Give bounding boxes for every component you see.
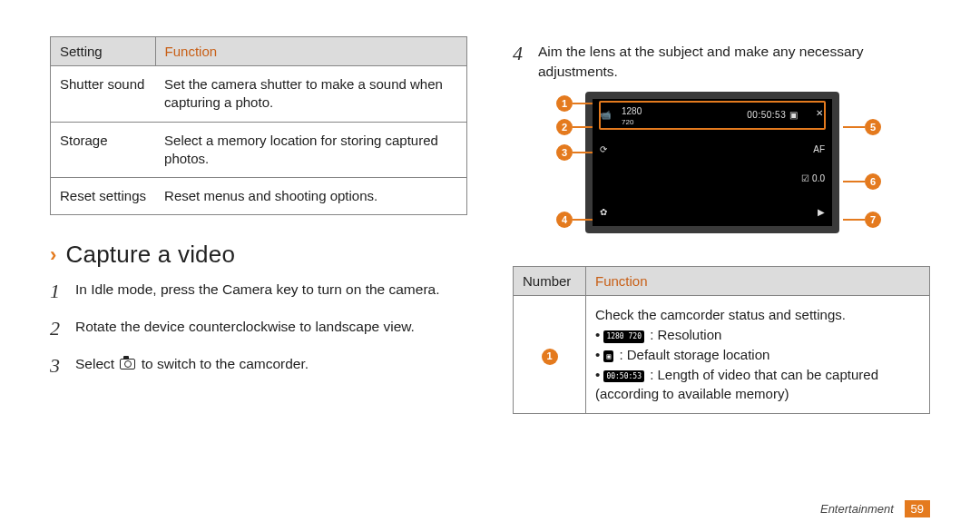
step-text: Aim the lens at the subject and make any… <box>538 40 930 81</box>
step-number: 2 <box>50 315 64 343</box>
switch-icon: ⟳ <box>600 144 607 154</box>
callout-3: 3 <box>556 144 573 161</box>
functions-header-function: Function <box>586 267 930 296</box>
camcorder-diagram: 📹 1280 720 00:50:53 ▣ ✕ ⟳ ✿ AF ☑ 0.0 ▶ 1… <box>540 92 885 246</box>
footer-section: Entertainment <box>820 502 894 516</box>
gear-icon: ✿ <box>600 207 607 217</box>
table-row: Reset settings Reset menus and shooting … <box>51 178 467 215</box>
list-item: 1280 720 : Resolution <box>595 325 920 345</box>
functions-table: Number Function 1 Check the camcorder st… <box>513 266 930 414</box>
function-number: 1 <box>514 296 586 414</box>
time-readout: 00:50:53 ▣ <box>747 110 798 120</box>
camcorder-screen: 📹 1280 720 00:50:53 ▣ ✕ ⟳ ✿ AF ☑ 0.0 ▶ <box>585 92 839 233</box>
callout-5: 5 <box>865 119 881 135</box>
camcorder-icon: 📹 <box>600 110 611 120</box>
table-row: Shutter sound Set the camera shutter to … <box>51 66 467 123</box>
step-number: 4 <box>513 40 527 81</box>
step-4: 4 Aim the lens at the subject and make a… <box>513 40 930 81</box>
function-intro: Check the camcorder status and settings. <box>595 305 920 325</box>
step-text-before: Select <box>75 356 118 371</box>
step-text: In Idle mode, press the Camera key to tu… <box>75 278 467 306</box>
callout-7: 7 <box>865 212 881 228</box>
setting-function: Set the camera shutter to make a sound w… <box>155 66 466 123</box>
table-row: 1 Check the camcorder status and setting… <box>514 296 930 414</box>
setting-function: Reset menus and shooting options. <box>155 178 466 215</box>
camera-icon <box>120 359 135 369</box>
functions-header-number: Number <box>514 267 586 296</box>
function-sublist: 1280 720 : Resolution ▣ : Default storag… <box>595 325 920 404</box>
af-icon: AF <box>813 144 825 154</box>
number-badge: 1 <box>542 349 558 365</box>
settings-table: Setting Function Shutter sound Set the c… <box>50 36 467 215</box>
step-3: 3 Select to switch to the camcorder. <box>50 352 467 380</box>
list-item: ▣ : Default storage location <box>595 345 920 365</box>
step-text-after: to switch to the camcorder. <box>142 356 309 371</box>
list-item: 00:50:53 : Length of video that can be c… <box>595 365 920 405</box>
section-heading: › Capture a video <box>50 241 467 269</box>
table-row: Storage Select a memory location for sto… <box>51 122 467 178</box>
time-mini-icon: 00:50:53 <box>603 370 644 383</box>
heading-text: Capture a video <box>66 241 236 269</box>
callout-2: 2 <box>556 119 573 135</box>
function-description: Check the camcorder status and settings.… <box>586 296 930 414</box>
resolution-icon: 1280 720 <box>622 106 642 126</box>
setting-name: Reset settings <box>51 178 156 215</box>
callout-4: 4 <box>556 212 573 228</box>
page-footer: Entertainment 59 <box>820 500 930 517</box>
ev-icon: ☑ 0.0 <box>801 173 825 183</box>
resolution-mini-icon: 1280 720 <box>603 330 644 343</box>
mode-icon: ✕ <box>816 108 823 118</box>
footer-page-number: 59 <box>905 500 930 517</box>
callout-6: 6 <box>865 173 881 190</box>
callout-1: 1 <box>556 95 573 112</box>
step-number: 3 <box>50 352 64 380</box>
step-text: Select to switch to the camcorder. <box>75 352 467 380</box>
step-2: 2 Rotate the device counterclockwise to … <box>50 315 467 343</box>
step-text: Rotate the device counterclockwise to la… <box>75 315 467 343</box>
setting-name: Storage <box>51 122 156 178</box>
settings-header-setting: Setting <box>51 37 156 66</box>
setting-name: Shutter sound <box>51 66 156 123</box>
storage-icon: ▣ <box>789 110 799 120</box>
record-icon: ▶ <box>818 207 825 217</box>
setting-function: Select a memory location for storing cap… <box>155 122 466 178</box>
settings-header-function: Function <box>155 37 466 66</box>
step-number: 1 <box>50 278 64 306</box>
chevron-icon: › <box>50 243 57 267</box>
step-1: 1 In Idle mode, press the Camera key to … <box>50 278 467 306</box>
storage-mini-icon: ▣ <box>603 350 613 363</box>
